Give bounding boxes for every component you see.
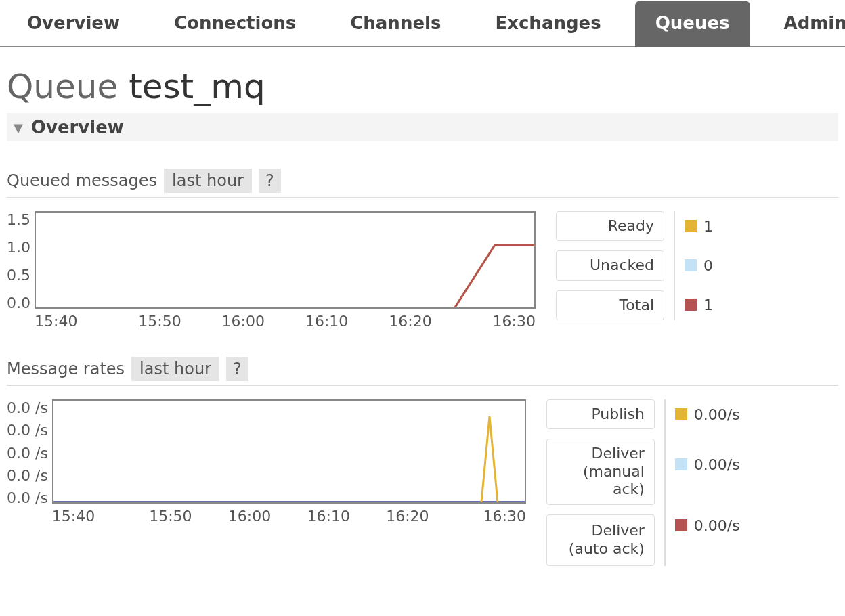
swatch-deliver-auto-icon xyxy=(675,519,687,531)
legend-total-button[interactable]: Total xyxy=(556,290,664,320)
legend-deliver-manual-value: 0.00/s xyxy=(694,456,740,473)
legend-deliver-auto-button[interactable]: Deliver (auto ack) xyxy=(546,514,655,566)
queued-range-selector[interactable]: last hour xyxy=(164,169,252,193)
queued-title: Queued messages xyxy=(7,171,157,190)
legend-deliver-auto-value: 0.00/s xyxy=(694,517,740,534)
page-title: Queue test_mq xyxy=(0,47,845,113)
tab-overview[interactable]: Overview xyxy=(7,1,140,47)
legend-ready-button[interactable]: Ready xyxy=(556,211,664,241)
swatch-ready-icon xyxy=(685,220,697,232)
rates-range-selector[interactable]: last hour xyxy=(131,357,219,381)
section-overview-header[interactable]: ▼ Overview xyxy=(7,113,838,141)
swatch-total-icon xyxy=(685,299,697,311)
tab-admin[interactable]: Admin xyxy=(764,1,845,47)
queued-legend: Ready Unacked Total 1 0 1 xyxy=(556,211,713,320)
rates-legend: Publish Deliver (manual ack) Deliver (au… xyxy=(546,399,740,566)
legend-unacked-button[interactable]: Unacked xyxy=(556,250,664,280)
queued-title-row: Queued messages last hour ? xyxy=(7,169,838,198)
rates-title-row: Message rates last hour ? xyxy=(7,357,838,386)
legend-total-value: 1 xyxy=(703,296,713,313)
swatch-publish-icon xyxy=(675,408,687,420)
message-rates-block: Message rates last hour ? 0.0 /s0.0 /s0.… xyxy=(0,330,845,566)
page-title-name: test_mq xyxy=(129,67,265,106)
nav-tabs: Overview Connections Channels Exchanges … xyxy=(0,0,845,47)
queued-help-button[interactable]: ? xyxy=(259,169,281,193)
rates-chart: 0.0 /s0.0 /s0.0 /s0.0 /s0.0 /s 15:4015:5… xyxy=(7,399,526,525)
legend-ready-value: 1 xyxy=(703,218,713,235)
rates-title: Message rates xyxy=(7,359,125,378)
section-overview-label: Overview xyxy=(31,117,124,137)
chevron-down-icon: ▼ xyxy=(14,120,23,135)
queued-plot xyxy=(35,211,536,309)
swatch-deliver-manual-icon xyxy=(675,458,687,470)
legend-publish-button[interactable]: Publish xyxy=(546,399,655,429)
legend-deliver-manual-button[interactable]: Deliver (manual ack) xyxy=(546,439,655,504)
page-title-prefix: Queue xyxy=(7,67,129,106)
queued-messages-block: Queued messages last hour ? 1.51.00.50.0… xyxy=(0,141,845,330)
tab-exchanges[interactable]: Exchanges xyxy=(475,1,621,47)
legend-unacked-value: 0 xyxy=(703,257,713,274)
queued-chart: 1.51.00.50.0 15:4015:5016:0016:1016:2016… xyxy=(7,211,536,330)
rates-help-button[interactable]: ? xyxy=(226,357,248,381)
swatch-unacked-icon xyxy=(685,259,697,271)
rates-plot xyxy=(52,399,526,504)
tab-channels[interactable]: Channels xyxy=(330,1,461,47)
legend-publish-value: 0.00/s xyxy=(694,406,740,423)
tab-queues[interactable]: Queues xyxy=(635,1,750,47)
tab-connections[interactable]: Connections xyxy=(154,1,316,47)
